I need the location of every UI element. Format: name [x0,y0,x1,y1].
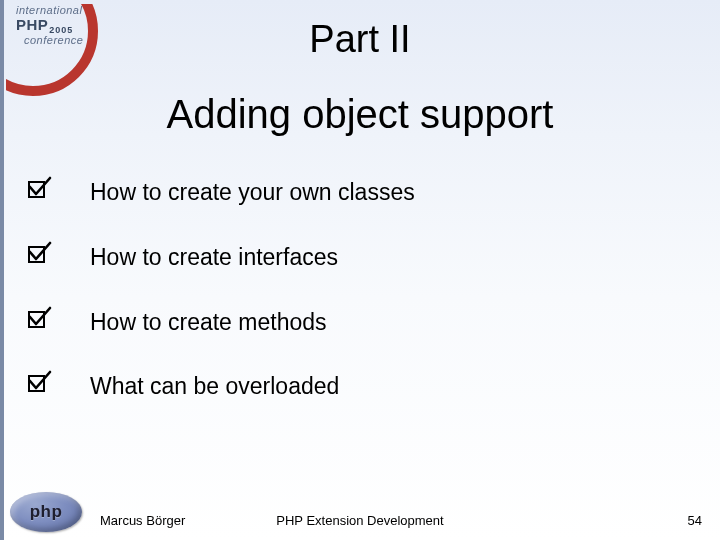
slide: international PHP2005 conference Part II… [0,0,720,540]
footer-page-number: 54 [688,513,702,528]
bullet-text: How to create methods [90,308,327,337]
footer-title: PHP Extension Development [0,513,720,528]
footer: Marcus Börger PHP Extension Development … [0,506,720,530]
checkbox-icon [28,178,50,200]
bullet-text: How to create your own classes [90,178,415,207]
bullet-item: What can be overloaded [28,372,700,401]
title-main: Adding object support [0,92,720,137]
bullet-item: How to create interfaces [28,243,700,272]
checkbox-icon [28,372,50,394]
bullet-list: How to create your own classes How to cr… [28,178,700,437]
checkbox-icon [28,308,50,330]
bullet-text: What can be overloaded [90,372,339,401]
logo-line1: international [16,4,82,16]
checkbox-icon [28,243,50,265]
bullet-item: How to create your own classes [28,178,700,207]
bullet-text: How to create interfaces [90,243,338,272]
title-part: Part II [0,18,720,61]
bullet-item: How to create methods [28,308,700,337]
